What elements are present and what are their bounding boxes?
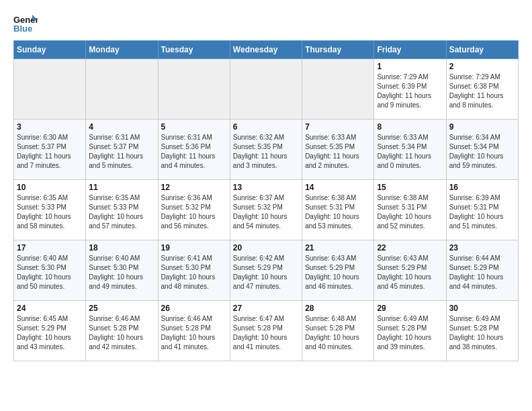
day-number: 8 (377, 122, 443, 132)
calendar-cell: 22Sunrise: 6:43 AM Sunset: 5:29 PM Dayli… (374, 240, 446, 301)
calendar-cell: 6Sunrise: 6:32 AM Sunset: 5:35 PM Daylig… (230, 120, 302, 180)
calendar-cell: 5Sunrise: 6:31 AM Sunset: 5:36 PM Daylig… (158, 120, 230, 180)
calendar-cell: 13Sunrise: 6:37 AM Sunset: 5:32 PM Dayli… (230, 180, 302, 240)
calendar-cell: 7Sunrise: 6:33 AM Sunset: 5:35 PM Daylig… (302, 120, 374, 180)
day-number: 7 (305, 122, 371, 132)
calendar-cell: 28Sunrise: 6:48 AM Sunset: 5:28 PM Dayli… (302, 301, 374, 361)
cell-content: Sunrise: 6:31 AM Sunset: 5:37 PM Dayligh… (89, 133, 154, 171)
calendar-cell: 24Sunrise: 6:45 AM Sunset: 5:29 PM Dayli… (14, 301, 86, 361)
calendar-cell (14, 59, 86, 120)
cell-content: Sunrise: 6:43 AM Sunset: 5:29 PM Dayligh… (377, 254, 443, 291)
day-number: 27 (233, 304, 299, 313)
calendar-cell: 20Sunrise: 6:42 AM Sunset: 5:29 PM Dayli… (230, 240, 302, 301)
calendar-cell: 10Sunrise: 6:35 AM Sunset: 5:33 PM Dayli… (14, 180, 86, 240)
cell-content: Sunrise: 6:45 AM Sunset: 5:29 PM Dayligh… (17, 314, 83, 352)
calendar-week-row: 3Sunrise: 6:30 AM Sunset: 5:37 PM Daylig… (14, 120, 519, 180)
calendar-cell (302, 59, 374, 120)
day-number: 26 (161, 304, 227, 313)
day-number: 18 (89, 243, 154, 253)
day-number: 20 (233, 243, 299, 253)
cell-content: Sunrise: 6:47 AM Sunset: 5:28 PM Dayligh… (233, 314, 299, 352)
day-number: 14 (305, 183, 371, 192)
cell-content: Sunrise: 6:34 AM Sunset: 5:34 PM Dayligh… (449, 133, 515, 171)
day-number: 28 (305, 304, 371, 313)
cell-content: Sunrise: 6:49 AM Sunset: 5:28 PM Dayligh… (377, 314, 443, 352)
svg-text:Blue: Blue (13, 24, 32, 34)
logo: General Blue (13, 13, 38, 34)
calendar-week-row: 1Sunrise: 7:29 AM Sunset: 6:39 PM Daylig… (14, 59, 519, 120)
cell-content: Sunrise: 6:36 AM Sunset: 5:32 PM Dayligh… (161, 193, 227, 231)
day-number: 3 (17, 122, 83, 132)
day-number: 10 (17, 183, 83, 192)
cell-content: Sunrise: 6:43 AM Sunset: 5:29 PM Dayligh… (305, 254, 371, 291)
day-number: 6 (233, 122, 299, 132)
cell-content: Sunrise: 6:37 AM Sunset: 5:32 PM Dayligh… (233, 193, 299, 231)
cell-content: Sunrise: 7:29 AM Sunset: 6:38 PM Dayligh… (449, 73, 515, 110)
logo-icon: General Blue (13, 13, 38, 34)
calendar-week-row: 10Sunrise: 6:35 AM Sunset: 5:33 PM Dayli… (14, 180, 519, 240)
cell-content: Sunrise: 6:38 AM Sunset: 5:31 PM Dayligh… (377, 193, 443, 231)
day-number: 11 (89, 183, 154, 192)
cell-content: Sunrise: 6:48 AM Sunset: 5:28 PM Dayligh… (305, 314, 371, 352)
calendar-cell (158, 59, 230, 120)
cell-content: Sunrise: 6:41 AM Sunset: 5:30 PM Dayligh… (161, 254, 227, 291)
calendar-cell: 9Sunrise: 6:34 AM Sunset: 5:34 PM Daylig… (446, 120, 518, 180)
calendar-cell: 23Sunrise: 6:44 AM Sunset: 5:29 PM Dayli… (446, 240, 518, 301)
day-number: 12 (161, 183, 227, 192)
calendar-cell (230, 59, 302, 120)
calendar-cell: 2Sunrise: 7:29 AM Sunset: 6:38 PM Daylig… (446, 59, 518, 120)
day-number: 16 (449, 183, 515, 192)
calendar-cell: 30Sunrise: 6:49 AM Sunset: 5:28 PM Dayli… (446, 301, 518, 361)
calendar-cell: 26Sunrise: 6:46 AM Sunset: 5:28 PM Dayli… (158, 301, 230, 361)
calendar-body: 1Sunrise: 7:29 AM Sunset: 6:39 PM Daylig… (14, 59, 519, 361)
day-number: 13 (233, 183, 299, 192)
calendar-cell: 14Sunrise: 6:38 AM Sunset: 5:31 PM Dayli… (302, 180, 374, 240)
calendar-table: SundayMondayTuesdayWednesdayThursdayFrid… (13, 40, 519, 361)
cell-content: Sunrise: 6:32 AM Sunset: 5:35 PM Dayligh… (233, 133, 299, 171)
cell-content: Sunrise: 6:33 AM Sunset: 5:34 PM Dayligh… (377, 133, 443, 171)
day-number: 21 (305, 243, 371, 253)
calendar-cell: 19Sunrise: 6:41 AM Sunset: 5:30 PM Dayli… (158, 240, 230, 301)
day-number: 23 (449, 243, 515, 253)
weekday-header: Tuesday (158, 41, 230, 59)
calendar-cell: 27Sunrise: 6:47 AM Sunset: 5:28 PM Dayli… (230, 301, 302, 361)
calendar-cell: 15Sunrise: 6:38 AM Sunset: 5:31 PM Dayli… (374, 180, 446, 240)
calendar-cell: 3Sunrise: 6:30 AM Sunset: 5:37 PM Daylig… (14, 120, 86, 180)
calendar-cell: 8Sunrise: 6:33 AM Sunset: 5:34 PM Daylig… (374, 120, 446, 180)
cell-content: Sunrise: 6:31 AM Sunset: 5:36 PM Dayligh… (161, 133, 227, 171)
weekday-header: Friday (374, 41, 446, 59)
day-number: 19 (161, 243, 227, 253)
weekday-header: Saturday (446, 41, 518, 59)
calendar-cell: 29Sunrise: 6:49 AM Sunset: 5:28 PM Dayli… (374, 301, 446, 361)
cell-content: Sunrise: 6:39 AM Sunset: 5:31 PM Dayligh… (449, 193, 515, 231)
cell-content: Sunrise: 6:44 AM Sunset: 5:29 PM Dayligh… (449, 254, 515, 291)
calendar-cell: 11Sunrise: 6:35 AM Sunset: 5:33 PM Dayli… (86, 180, 158, 240)
day-number: 9 (449, 122, 515, 132)
day-number: 4 (89, 122, 154, 132)
cell-content: Sunrise: 6:35 AM Sunset: 5:33 PM Dayligh… (17, 193, 83, 231)
calendar-cell: 21Sunrise: 6:43 AM Sunset: 5:29 PM Dayli… (302, 240, 374, 301)
calendar-header: SundayMondayTuesdayWednesdayThursdayFrid… (14, 41, 519, 59)
day-number: 1 (377, 62, 443, 71)
cell-content: Sunrise: 6:40 AM Sunset: 5:30 PM Dayligh… (17, 254, 83, 291)
calendar-cell: 12Sunrise: 6:36 AM Sunset: 5:32 PM Dayli… (158, 180, 230, 240)
calendar-cell: 17Sunrise: 6:40 AM Sunset: 5:30 PM Dayli… (14, 240, 86, 301)
day-number: 15 (377, 183, 443, 192)
day-number: 25 (89, 304, 154, 313)
weekday-header: Wednesday (230, 41, 302, 59)
day-number: 29 (377, 304, 443, 313)
calendar-cell: 18Sunrise: 6:40 AM Sunset: 5:30 PM Dayli… (86, 240, 158, 301)
calendar-week-row: 17Sunrise: 6:40 AM Sunset: 5:30 PM Dayli… (14, 240, 519, 301)
cell-content: Sunrise: 6:40 AM Sunset: 5:30 PM Dayligh… (89, 254, 154, 291)
cell-content: Sunrise: 6:42 AM Sunset: 5:29 PM Dayligh… (233, 254, 299, 291)
cell-content: Sunrise: 6:46 AM Sunset: 5:28 PM Dayligh… (89, 314, 154, 352)
day-number: 30 (449, 304, 515, 313)
day-number: 22 (377, 243, 443, 253)
day-number: 5 (161, 122, 227, 132)
day-number: 17 (17, 243, 83, 253)
page-header: General Blue (13, 13, 519, 34)
cell-content: Sunrise: 6:30 AM Sunset: 5:37 PM Dayligh… (17, 133, 83, 171)
calendar-week-row: 24Sunrise: 6:45 AM Sunset: 5:29 PM Dayli… (14, 301, 519, 361)
calendar-cell: 25Sunrise: 6:46 AM Sunset: 5:28 PM Dayli… (86, 301, 158, 361)
day-number: 24 (17, 304, 83, 313)
